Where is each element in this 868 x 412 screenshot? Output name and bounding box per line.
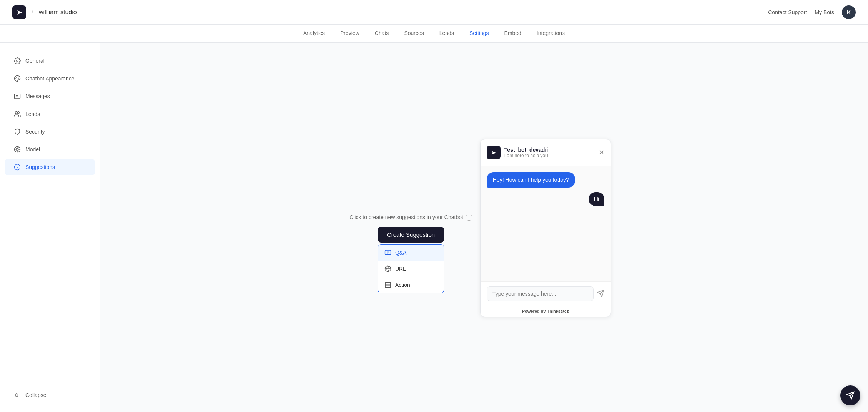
tab-analytics[interactable]: Analytics: [295, 25, 332, 42]
sidebar-collapse[interactable]: Collapse: [5, 387, 95, 403]
sidebar: General Chatbot Appearance Messages Lead…: [0, 43, 100, 412]
svg-point-6: [15, 111, 18, 114]
svg-rect-10: [385, 250, 391, 255]
nav-tabs: Analytics Preview Chats Sources Leads Se…: [0, 25, 868, 43]
chat-panel: ➤ Test_bot_devadri I am here to help you…: [480, 139, 611, 317]
chat-send-button[interactable]: [597, 290, 604, 298]
app-title: willliam studio: [39, 9, 77, 16]
dropdown-item-qa[interactable]: Q&A: [378, 245, 444, 261]
collapse-label: Collapse: [25, 392, 46, 398]
content-area: Click to create new suggestions in your …: [100, 43, 868, 412]
svg-rect-5: [15, 94, 20, 99]
sidebar-label-model: Model: [25, 146, 40, 152]
svg-point-0: [17, 60, 18, 62]
chat-close-button[interactable]: ✕: [599, 148, 604, 157]
create-suggestion-button[interactable]: Create Suggestion: [378, 227, 444, 243]
topbar-left: ➤ / willliam studio: [12, 5, 77, 19]
sidebar-label-suggestions: Suggestions: [25, 164, 55, 170]
sidebar-label-leads: Leads: [25, 111, 40, 117]
url-icon: [384, 265, 391, 272]
logo-icon: ➤: [12, 5, 26, 19]
shield-icon: [14, 128, 21, 135]
users-icon: [14, 111, 21, 117]
chat-bot-subtitle: I am here to help you: [504, 153, 549, 158]
svg-point-1: [18, 77, 18, 77]
topbar-right: Contact Support My Bots K: [768, 5, 856, 19]
collapse-icon: [14, 392, 21, 399]
hint-text: Click to create new suggestions in your …: [349, 214, 463, 220]
sidebar-label-chatbot-appearance: Chatbot Appearance: [25, 75, 75, 82]
suggestions-icon: [14, 164, 21, 171]
footer-text: Powered by: [522, 309, 546, 313]
palette-icon: [14, 75, 21, 82]
tab-leads[interactable]: Leads: [432, 25, 462, 42]
breadcrumb-slash: /: [32, 8, 33, 16]
svg-point-2: [19, 78, 19, 79]
center-hint: Click to create new suggestions in your …: [349, 214, 472, 221]
dropdown-action-label: Action: [395, 282, 410, 288]
chat-header: ➤ Test_bot_devadri I am here to help you…: [481, 139, 611, 166]
dropdown-item-action[interactable]: Action: [378, 277, 444, 293]
chat-input-area: [481, 281, 611, 306]
sidebar-label-messages: Messages: [25, 93, 50, 99]
messages-icon: [14, 93, 21, 100]
chat-footer: Powered by Thinkstack: [481, 306, 611, 317]
info-icon: i: [466, 214, 472, 221]
sidebar-bottom: Collapse: [0, 386, 100, 404]
svg-point-3: [16, 77, 17, 77]
my-bots-link[interactable]: My Bots: [815, 9, 834, 15]
sidebar-label-general: General: [25, 58, 45, 64]
tab-embed[interactable]: Embed: [496, 25, 529, 42]
avatar[interactable]: K: [842, 5, 856, 19]
tab-chats[interactable]: Chats: [367, 25, 397, 42]
chat-header-left: ➤ Test_bot_devadri I am here to help you: [487, 146, 549, 159]
dropdown-url-label: URL: [395, 266, 406, 272]
footer-brand: Thinkstack: [547, 309, 569, 313]
chat-bot-info: Test_bot_devadri I am here to help you: [504, 147, 549, 158]
chat-logo: ➤: [487, 146, 501, 159]
qa-icon: [384, 249, 391, 256]
center-box: Click to create new suggestions in your …: [349, 214, 472, 243]
tab-preview[interactable]: Preview: [332, 25, 367, 42]
dropdown-item-url[interactable]: URL: [378, 261, 444, 277]
gear-icon: [14, 57, 21, 64]
tab-sources[interactable]: Sources: [396, 25, 431, 42]
contact-support-link[interactable]: Contact Support: [768, 9, 807, 15]
dropdown-wrapper: Create Suggestion Q&A URL Action: [378, 227, 444, 243]
sidebar-label-security: Security: [25, 129, 45, 135]
sidebar-item-leads[interactable]: Leads: [5, 106, 95, 122]
float-icon: [846, 391, 855, 400]
action-icon: [384, 281, 391, 288]
sidebar-item-model[interactable]: Model: [5, 141, 95, 157]
float-button[interactable]: [840, 385, 860, 405]
chat-bot-name: Test_bot_devadri: [504, 147, 549, 153]
svg-point-8: [16, 148, 18, 151]
sidebar-item-chatbot-appearance[interactable]: Chatbot Appearance: [5, 70, 95, 87]
dropdown-menu: Q&A URL Action: [378, 244, 444, 293]
chat-messages: Hey! How can I help you today? Hi: [481, 166, 611, 281]
chat-bubble-user: Hi: [589, 192, 604, 206]
sidebar-item-messages[interactable]: Messages: [5, 88, 95, 104]
main-layout: General Chatbot Appearance Messages Lead…: [0, 43, 868, 412]
sidebar-item-general[interactable]: General: [5, 53, 95, 69]
tab-integrations[interactable]: Integrations: [529, 25, 573, 42]
model-icon: [14, 146, 21, 153]
svg-point-4: [16, 79, 16, 79]
dropdown-qa-label: Q&A: [395, 250, 407, 256]
sidebar-item-security[interactable]: Security: [5, 124, 95, 140]
send-icon: [597, 290, 604, 297]
tab-settings[interactable]: Settings: [462, 25, 497, 42]
topbar: ➤ / willliam studio Contact Support My B…: [0, 0, 868, 25]
chat-bubble-bot: Hey! How can I help you today?: [487, 172, 575, 188]
sidebar-item-suggestions[interactable]: Suggestions: [5, 159, 95, 175]
chat-input[interactable]: [487, 286, 594, 301]
